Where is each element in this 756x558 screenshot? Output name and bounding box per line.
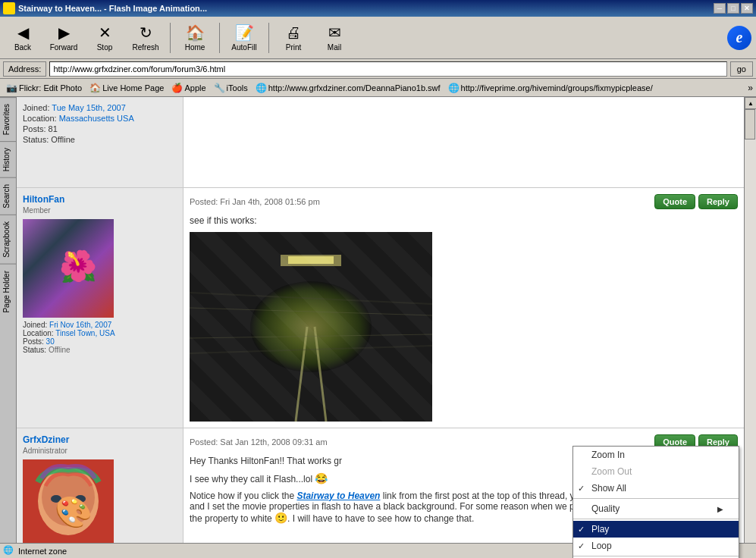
menu-check-showall: ✓ <box>578 484 585 494</box>
sidebar-tab-history[interactable]: History <box>0 141 16 177</box>
post-author-hilton2: HiltonFan Member Joined: Fri Nov 16th, 2… <box>17 188 184 428</box>
address-label: Address: <box>3 61 46 77</box>
window-icon <box>3 2 15 14</box>
post-author-grfx: GrfxDziner Administrator <box>17 428 184 558</box>
mail-button[interactable]: ✉ Mail <box>315 19 354 57</box>
flash-context-menu: Zoom In Zoom Out ✓ Show All Qua <box>572 446 739 558</box>
bookmarks-bar: 📷 Flickr: Edit Photo 🏠 Live Home Page 🍎 … <box>0 79 756 97</box>
smiley-1: 😂 <box>315 472 328 484</box>
post-body-hilton: see if this works: <box>190 215 738 422</box>
home-icon: 🏠 <box>186 24 205 42</box>
menu-item-showall[interactable]: ✓ Show All <box>573 480 739 497</box>
author-rank-hilton: Member <box>23 206 177 215</box>
author-name-hilton[interactable]: HiltonFan <box>23 194 177 205</box>
bookmark-label-grfx: http://www.grfxdziner.com/DeannaPiano1b.… <box>268 83 441 92</box>
scroll-up-button[interactable]: ▲ <box>745 97 756 109</box>
menu-item-zoomin[interactable]: Zoom In <box>573 447 739 463</box>
menu-arrow-quality: ▶ <box>717 505 723 513</box>
address-input[interactable] <box>49 61 726 77</box>
post-text-hilton: see if this works: <box>190 215 738 226</box>
bookmark-label-fiveprime: http://fiveprime.org/hivemind/groups/fix… <box>461 83 653 92</box>
content-area: Joined: Tue May 15th, 2007 Location: Mas… <box>17 97 744 558</box>
menu-label-quality: Quality <box>591 503 620 514</box>
menu-label-loop: Loop <box>591 541 612 551</box>
toolbar-separator-3 <box>268 23 269 53</box>
bookmark-icon-itools: 🔧 <box>214 83 225 93</box>
quote-button-hilton[interactable]: Quote <box>654 194 695 209</box>
menu-sep-2 <box>573 519 739 519</box>
bookmark-flickr[interactable]: 📷 Flickr: Edit Photo <box>3 81 85 95</box>
menu-sep-3 <box>573 556 739 556</box>
bookmark-icon-grfx: 🌐 <box>256 83 267 93</box>
ie-toolbar: ◀ Back ▶ Forward ✕ Stop ↻ Refresh 🏠 Home… <box>0 17 756 59</box>
bookmark-icon-flickr: 📷 <box>6 83 17 93</box>
svg-line-7 <box>190 346 432 353</box>
stop-label: Stop <box>97 43 113 52</box>
bookmark-icon-fiveprime: 🌐 <box>448 83 460 93</box>
sidebar-tab-scrapbook[interactable]: Scrapbook <box>0 215 16 264</box>
status-label-prev: Status: Offline <box>23 135 177 144</box>
ie-logo: e <box>726 24 753 52</box>
print-label: Print <box>286 43 302 52</box>
flash-wrapper: Zoom In Zoom Out ✓ Show All Qua <box>190 232 738 422</box>
stop-icon: ✕ <box>99 24 111 42</box>
refresh-button[interactable]: ↻ Refresh <box>126 19 165 57</box>
menu-label-zoomin: Zoom In <box>591 450 625 460</box>
sidebar-tab-search[interactable]: Search <box>0 177 16 215</box>
forward-button[interactable]: ▶ Forward <box>44 19 83 57</box>
post-actions-hilton: Quote Reply <box>654 194 738 209</box>
svg-line-5 <box>190 334 432 338</box>
back-label: Back <box>14 43 31 52</box>
close-button[interactable]: ✕ <box>741 3 753 14</box>
scroll-thumb[interactable] <box>745 109 755 140</box>
status-zone-text: Internet zone <box>18 547 67 556</box>
main-area: Favorites History Search Scrapbook Page … <box>0 97 756 558</box>
print-button[interactable]: 🖨 Print <box>274 19 313 57</box>
maximize-button[interactable]: □ <box>727 3 739 14</box>
stop-button[interactable]: ✕ Stop <box>85 19 124 57</box>
bookmarks-more[interactable]: » <box>748 83 753 93</box>
ie-icon: e <box>727 26 751 50</box>
bookmark-fiveprime[interactable]: 🌐 http://fiveprime.org/hivemind/groups/f… <box>445 81 656 95</box>
post-date-grfx: Posted: Sat Jan 12th, 2008 09:31 am <box>190 437 328 447</box>
sidebar-tab-favorites[interactable]: Favorites <box>0 97 16 141</box>
post-content-hilton: Posted: Fri Jan 4th, 2008 01:56 pm Quote… <box>184 188 744 428</box>
home-button[interactable]: 🏠 Home <box>175 19 215 57</box>
post-date-hilton: Posted: Fri Jan 4th, 2008 01:56 pm <box>190 197 320 206</box>
menu-item-quality[interactable]: Quality ▶ <box>573 500 739 517</box>
post-content-prev <box>184 97 744 187</box>
bookmark-label-apple: Apple <box>184 83 205 92</box>
reply-button-hilton[interactable]: Reply <box>698 194 738 209</box>
flash-content[interactable] <box>190 232 432 422</box>
author-name-grfx[interactable]: GrfxDziner <box>23 434 177 445</box>
sidebar-tab-pageholder[interactable]: Page Holder <box>0 264 16 319</box>
svg-point-1 <box>250 281 372 372</box>
smiley-2: 🙂 <box>274 512 287 524</box>
go-button[interactable]: go <box>730 61 753 77</box>
menu-label-showall: Show All <box>591 483 626 494</box>
menu-label-zoomout: Zoom Out <box>591 466 632 477</box>
svg-rect-9 <box>288 256 334 264</box>
menu-item-zoomout: Zoom Out <box>573 463 739 480</box>
bookmark-home[interactable]: 🏠 Live Home Page <box>86 81 167 95</box>
svg-point-13 <box>51 495 61 503</box>
bookmark-apple[interactable]: 🍎 Apple <box>168 81 209 95</box>
toolbar-separator-1 <box>170 23 171 53</box>
minimize-button[interactable]: ─ <box>714 3 726 14</box>
avatar-hilton <box>23 219 114 318</box>
bookmark-icon-home: 🏠 <box>89 83 101 93</box>
menu-item-loop[interactable]: ✓ Loop <box>573 538 739 554</box>
print-icon: 🖨 <box>286 24 301 42</box>
menu-item-play[interactable]: ✓ Play <box>573 521 739 538</box>
bookmark-grfx[interactable]: 🌐 http://www.grfxdziner.com/DeannaPiano1… <box>253 81 444 95</box>
scroll-track[interactable] <box>745 109 756 546</box>
menu-label-play: Play <box>591 524 609 534</box>
tunnel-svg <box>190 232 432 422</box>
bookmark-itools[interactable]: 🔧 iTools <box>211 81 251 95</box>
forward-icon: ▶ <box>58 24 70 42</box>
mail-label: Mail <box>328 43 341 52</box>
autofill-button[interactable]: 📝 AutoFill <box>224 19 264 57</box>
address-bar: Address: go <box>0 59 756 79</box>
back-button[interactable]: ◀ Back <box>3 19 42 57</box>
stairway-link[interactable]: Stairway to Heaven <box>296 491 380 501</box>
